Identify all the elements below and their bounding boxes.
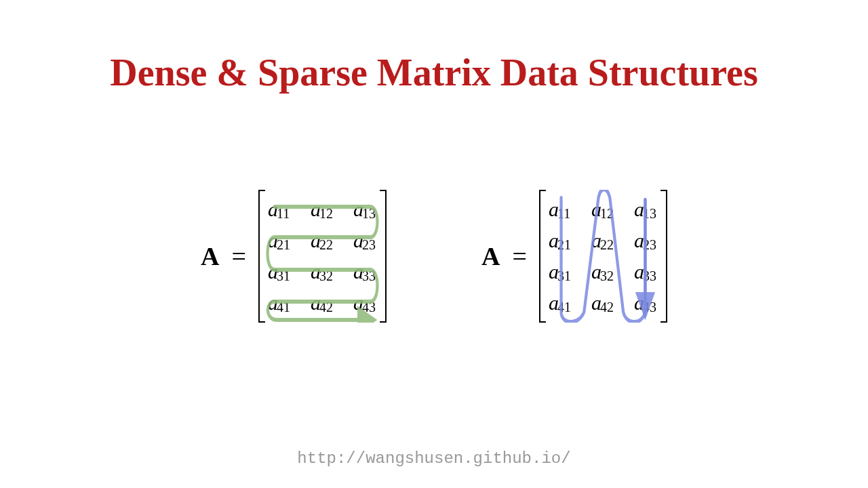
matrix-cell: a13 bbox=[353, 194, 377, 225]
matrix-cell: a21 bbox=[268, 225, 292, 256]
equals-right: = bbox=[512, 241, 526, 271]
footer-url: http://wangshusen.github.io/ bbox=[0, 449, 868, 468]
matrix-cell: a12 bbox=[591, 194, 615, 225]
matrix-cell: a32 bbox=[311, 256, 334, 287]
matrix-cell: a33 bbox=[634, 256, 658, 287]
matrix-grid-right: a11a12a13a21a22a23a31a32a33a41a42a43 bbox=[546, 190, 660, 323]
matrix-cell: a11 bbox=[268, 194, 292, 225]
bracket-left-close bbox=[380, 190, 387, 323]
matrix-cell: a12 bbox=[311, 194, 334, 225]
matrix-row-major: A = a11a12a13a21a22a23a31a32a33a41a42a43 bbox=[201, 190, 387, 323]
matrix-cell: a43 bbox=[353, 287, 377, 319]
matrix-cell: a31 bbox=[549, 256, 572, 287]
bracket-right-close bbox=[660, 190, 667, 323]
matrix-label-left: A bbox=[201, 241, 219, 271]
matrix-cell: a23 bbox=[353, 225, 377, 256]
matrix-cell: a33 bbox=[353, 256, 377, 287]
matrix-right: a11a12a13a21a22a23a31a32a33a41a42a43 bbox=[539, 190, 667, 323]
content-area: A = a11a12a13a21a22a23a31a32a33a41a42a43… bbox=[0, 190, 868, 323]
matrix-grid-left: a11a12a13a21a22a23a31a32a33a41a42a43 bbox=[265, 190, 380, 323]
matrix-cell: a43 bbox=[634, 287, 658, 319]
bracket-right-open bbox=[539, 190, 546, 323]
matrix-cell: a41 bbox=[268, 287, 292, 319]
matrix-cell: a31 bbox=[268, 256, 292, 287]
matrix-cell: a22 bbox=[591, 225, 615, 256]
matrix-left: a11a12a13a21a22a23a31a32a33a41a42a43 bbox=[258, 190, 387, 323]
equals-left: = bbox=[232, 241, 246, 271]
matrix-label-right: A bbox=[481, 241, 500, 271]
bracket-left-open bbox=[258, 190, 265, 323]
matrix-cell: a42 bbox=[311, 287, 334, 319]
matrix-cell: a23 bbox=[634, 225, 658, 256]
matrix-cell: a22 bbox=[311, 225, 334, 256]
matrix-cell: a11 bbox=[549, 194, 572, 225]
matrix-cell: a41 bbox=[549, 287, 572, 319]
matrix-cell: a13 bbox=[634, 194, 658, 225]
matrix-cell: a42 bbox=[591, 287, 615, 319]
slide-title: Dense & Sparse Matrix Data Structures bbox=[0, 51, 868, 94]
matrix-cell: a21 bbox=[549, 225, 572, 256]
matrix-column-major: A = a11a12a13a21a22a23a31a32a33a41a42a43 bbox=[481, 190, 667, 323]
matrix-cell: a32 bbox=[591, 256, 615, 287]
